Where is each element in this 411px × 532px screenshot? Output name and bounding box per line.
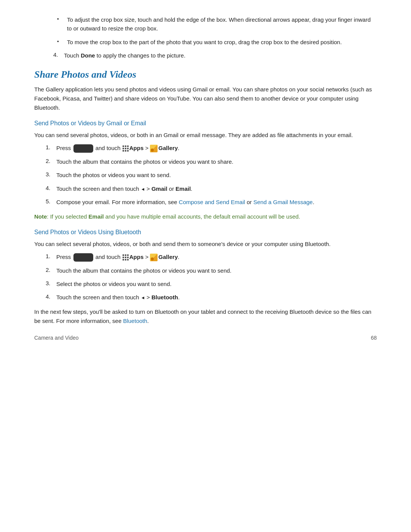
- bt-step-3-text: Select the photos or videos you want to …: [56, 280, 377, 288]
- share-section-title: Share Photos and Videos: [34, 69, 377, 80]
- bullet-item: ▪ To adjust the crop box size, touch and…: [57, 15, 377, 33]
- gallery-icon-bt: [150, 254, 158, 261]
- svg-rect-15: [123, 259, 124, 260]
- bluetooth-bold: Bluetooth: [151, 294, 178, 300]
- svg-rect-13: [125, 257, 126, 258]
- bt-step-4: 4. Touch the screen and then touch ◂ > B…: [46, 293, 377, 302]
- svg-rect-11: [127, 254, 129, 256]
- step-num-2: 2.: [46, 157, 56, 164]
- step4-done-text: Touch Done to apply the changes to the p…: [64, 51, 377, 60]
- step4-done-container: 4. Touch Done to apply the changes to th…: [34, 51, 377, 60]
- send-gmail-link[interactable]: Send a Gmail Message: [253, 199, 313, 205]
- bullet-text-2: To move the crop box to the part of the …: [67, 38, 377, 46]
- svg-rect-17: [127, 259, 129, 260]
- email-bold: Email: [175, 185, 191, 192]
- home-button: [73, 144, 93, 153]
- bullet-marker: ▪: [57, 16, 64, 22]
- gmail-steps-list: 1. Press and touch A: [34, 144, 377, 207]
- note-block: Note: If you selected Email and you have…: [34, 212, 377, 221]
- bt-step-num-4: 4.: [46, 293, 56, 300]
- gmail-subsection-intro: You can send several photos, videos, or …: [34, 131, 377, 140]
- gmail-step-2: 2. Touch the album that contains the pho…: [46, 157, 377, 166]
- gallery-label-bt: Gallery: [158, 254, 178, 260]
- apps-icon-bt: [122, 254, 129, 261]
- step-num-1: 1.: [46, 144, 56, 150]
- bluetooth-subsection-title: Send Photos or Videos Using Bluetooth: [34, 229, 377, 236]
- bluetooth-link[interactable]: Bluetooth: [123, 318, 147, 324]
- step-num-5: 5.: [46, 198, 56, 204]
- bt-step-2-text: Touch the album that contains the photos…: [56, 266, 377, 275]
- bt-step-1-text: Press and touch Apps > Gall: [56, 252, 377, 262]
- note-label: Note: [34, 213, 47, 220]
- bt-step-1: 1. Press and touch A: [46, 252, 377, 262]
- share-icon-1: ◂: [142, 185, 144, 193]
- gmail-step-5-text: Compose your email. For more information…: [56, 198, 377, 206]
- bt-step-num-1: 1.: [46, 252, 56, 259]
- step-num-3: 3.: [46, 171, 56, 177]
- page-number: 68: [371, 335, 377, 341]
- gallery-icon-1: [150, 145, 158, 152]
- svg-rect-4: [125, 148, 126, 149]
- page-footer: Camera and Video 68: [34, 335, 377, 341]
- bt-step-2: 2. Touch the album that contains the pho…: [46, 266, 377, 275]
- svg-rect-3: [123, 148, 124, 149]
- gallery-label-1: Gallery: [158, 145, 178, 151]
- gmail-step-1-text: Press and touch Apps > Gall: [56, 144, 377, 153]
- footer-label: Camera and Video: [34, 335, 78, 341]
- bluetooth-subsection-intro: You can select several photos, videos, o…: [34, 240, 377, 249]
- bullet-item: ▪ To move the crop box to the part of th…: [57, 38, 377, 46]
- svg-rect-9: [123, 254, 124, 256]
- svg-rect-8: [127, 150, 129, 152]
- bluetooth-closing: In the next few steps, you'll be asked t…: [34, 307, 377, 326]
- gmail-step-3: 3. Touch the photos or videos you want t…: [46, 171, 377, 179]
- note-email-bold: Email: [89, 213, 104, 220]
- bt-step-num-2: 2.: [46, 266, 56, 273]
- svg-rect-1: [125, 145, 126, 147]
- bullet-marker: ▪: [57, 38, 64, 44]
- gmail-bold: Gmail: [151, 185, 167, 192]
- gmail-step-3-text: Touch the photos or videos you want to s…: [56, 171, 377, 179]
- page-content: ▪ To adjust the crop box size, touch and…: [0, 0, 411, 352]
- step-number: 4.: [53, 51, 64, 58]
- svg-rect-0: [123, 145, 124, 147]
- svg-rect-7: [125, 150, 126, 152]
- done-bold: Done: [81, 52, 95, 59]
- step-num-4: 4.: [46, 184, 56, 191]
- share-section-intro: The Gallery application lets you send ph…: [34, 85, 377, 112]
- gmail-step-5: 5. Compose your email. For more informat…: [46, 198, 377, 206]
- svg-rect-6: [123, 150, 124, 152]
- apps-label-1: Apps: [129, 145, 144, 151]
- svg-rect-16: [125, 259, 126, 260]
- gmail-subsection-title: Send Photos or Videos by Gmail or Email: [34, 120, 377, 127]
- svg-rect-12: [123, 257, 124, 258]
- svg-rect-2: [127, 145, 129, 147]
- gmail-step-4: 4. Touch the screen and then touch ◂ > G…: [46, 184, 377, 193]
- gmail-step-4-text: Touch the screen and then touch ◂ > Gmai…: [56, 184, 377, 193]
- svg-rect-5: [127, 148, 129, 149]
- gmail-step-1: 1. Press and touch A: [46, 144, 377, 153]
- step4-done-item: 4. Touch Done to apply the changes to th…: [53, 51, 377, 60]
- top-bullets: ▪ To adjust the crop box size, touch and…: [34, 15, 377, 46]
- bluetooth-steps-list: 1. Press and touch A: [34, 252, 377, 302]
- apps-label-bt: Apps: [129, 254, 144, 260]
- svg-rect-14: [127, 257, 129, 258]
- bt-step-4-text: Touch the screen and then touch ◂ > Blue…: [56, 293, 377, 302]
- gmail-step-2-text: Touch the album that contains the photos…: [56, 157, 377, 166]
- svg-rect-10: [125, 254, 126, 256]
- compose-send-email-link[interactable]: Compose and Send Email: [179, 199, 245, 205]
- home-button-bt: [73, 253, 93, 262]
- share-icon-bt: ◂: [142, 294, 144, 302]
- bt-step-3: 3. Select the photos or videos you want …: [46, 280, 377, 288]
- bt-step-num-3: 3.: [46, 280, 56, 286]
- bullet-text-1: To adjust the crop box size, touch and h…: [67, 15, 377, 33]
- apps-icon: [122, 145, 129, 152]
